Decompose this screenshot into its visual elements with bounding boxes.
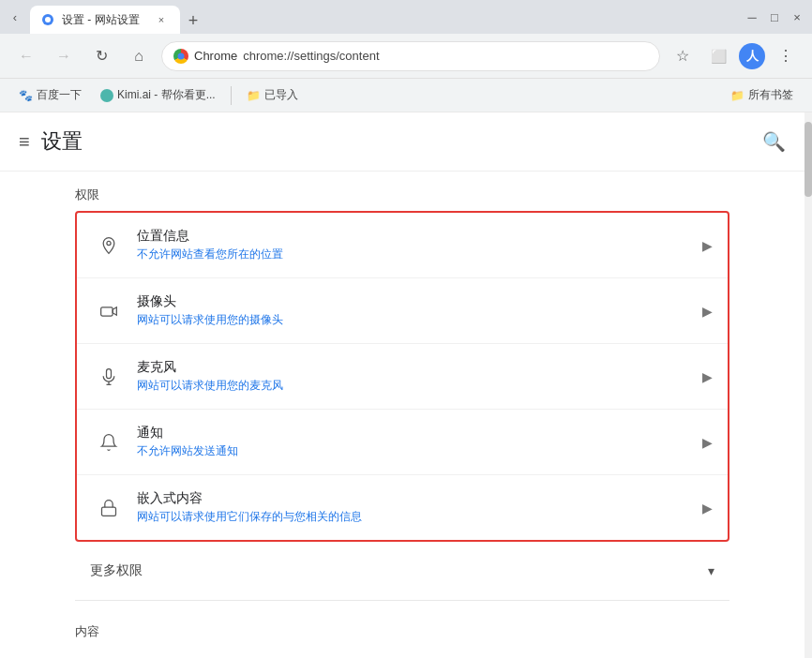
forward-button[interactable]: →: [49, 41, 79, 71]
all-bookmarks-label: 所有书签: [748, 87, 793, 103]
navigation-bar: ← → ↻ ⌂ Chrome chrome://settings/content…: [0, 34, 812, 79]
url-text: chrome://settings/content: [243, 49, 379, 63]
refresh-button[interactable]: ↻: [86, 41, 116, 71]
embedded-desc: 网站可以请求使用它们保存的与您相关的信息: [137, 509, 702, 525]
bookmark-baidu[interactable]: 🐾 百度一下: [11, 83, 89, 107]
notifications-arrow-icon: ▶: [702, 435, 713, 450]
svg-point-1: [45, 17, 51, 22]
back-button[interactable]: ←: [11, 41, 41, 71]
more-permissions-label: 更多权限: [90, 562, 143, 579]
window-controls-left: ‹: [8, 9, 23, 24]
tab-close-btn[interactable]: ×: [154, 12, 169, 27]
svg-rect-3: [101, 307, 113, 315]
location-name: 位置信息: [137, 228, 702, 245]
section-divider: [75, 600, 729, 601]
menu-button[interactable]: ⋮: [771, 41, 801, 71]
nav-right-controls: ☆ ⬜ 人 ⋮: [668, 41, 801, 71]
window-controls-right: ─ □ ×: [744, 9, 804, 24]
svg-rect-8: [102, 507, 116, 516]
scrollbar-track: [804, 112, 812, 658]
page-title: 设置: [41, 127, 751, 156]
embedded-setting-item[interactable]: 嵌入式内容 网站可以请求使用它们保存的与您相关的信息 ▶: [77, 475, 728, 540]
home-icon: ⌂: [134, 48, 143, 65]
minimize-button[interactable]: ─: [744, 9, 759, 24]
forward-icon: →: [56, 48, 71, 65]
tab-favicon: [41, 13, 54, 26]
location-icon: [92, 236, 126, 255]
search-icon: 🔍: [762, 131, 786, 152]
folder-icon: 📁: [247, 89, 261, 102]
imported-label: 已导入: [264, 87, 298, 103]
embedded-icon: [92, 499, 126, 517]
scrollbar-thumb[interactable]: [804, 122, 812, 197]
tab-title: 设置 - 网站设置: [62, 12, 140, 28]
microphone-name: 麦克风: [137, 359, 702, 376]
camera-arrow-icon: ▶: [702, 304, 713, 319]
chrome-brand-label: Chrome: [194, 49, 237, 63]
embedded-name: 嵌入式内容: [137, 490, 702, 507]
back-icon: ←: [19, 48, 34, 65]
bookmark-imported[interactable]: 📁 已导入: [239, 83, 306, 107]
refresh-icon: ↻: [96, 47, 108, 65]
profile-button[interactable]: 人: [739, 43, 765, 69]
notifications-name: 通知: [137, 425, 702, 441]
star-icon: ☆: [676, 47, 689, 65]
title-bar: ‹ 设置 - 网站设置 × + ─ □ ×: [0, 0, 812, 34]
new-tab-button[interactable]: +: [180, 7, 206, 34]
content-area: 权限 位置信息 不允许网站查看您所在的位置 ▶: [0, 172, 804, 658]
cookie-setting-item[interactable]: 第三方 Cookie 已阻止第三方 Cookie ▶: [75, 648, 729, 658]
more-permissions-arrow-icon: ▾: [708, 563, 714, 578]
extensions-button[interactable]: ⬜: [703, 41, 733, 71]
embedded-info: 嵌入式内容 网站可以请求使用它们保存的与您相关的信息: [126, 490, 702, 525]
camera-desc: 网站可以请求使用您的摄像头: [137, 312, 702, 328]
profile-avatar-icon: 人: [746, 48, 759, 65]
microphone-desc: 网站可以请求使用您的麦克风: [137, 378, 702, 394]
svg-point-2: [107, 241, 111, 245]
active-tab[interactable]: 设置 - 网站设置 ×: [30, 6, 180, 34]
microphone-info: 麦克风 网站可以请求使用您的麦克风: [126, 359, 702, 394]
bookmark-star-button[interactable]: ☆: [668, 41, 698, 71]
camera-icon: [92, 302, 126, 321]
page-container: ≡ 设置 🔍 权限 位置信: [0, 112, 812, 658]
kimi-label: Kimi.ai - 帮你看更...: [117, 87, 216, 103]
maximize-button[interactable]: □: [767, 9, 782, 24]
home-button[interactable]: ⌂: [124, 41, 154, 71]
content-section-label: 内容: [75, 608, 729, 648]
bookmarks-folder-icon: 📁: [730, 89, 744, 102]
extensions-icon: ⬜: [711, 49, 727, 64]
embedded-arrow-icon: ▶: [702, 501, 713, 516]
baidu-label: 百度一下: [37, 87, 82, 103]
microphone-arrow-icon: ▶: [702, 369, 713, 384]
bookmark-kimi[interactable]: Kimi.ai - 帮你看更...: [93, 83, 223, 107]
bookmark-separator: [231, 86, 232, 105]
more-permissions-item[interactable]: 更多权限 ▾: [75, 549, 729, 592]
window-back-btn[interactable]: ‹: [8, 9, 23, 24]
microphone-setting-item[interactable]: 麦克风 网站可以请求使用您的麦克风 ▶: [77, 344, 728, 410]
search-button[interactable]: 🔍: [762, 130, 786, 153]
notifications-icon: [92, 433, 126, 452]
microphone-icon: [92, 367, 126, 386]
settings-header: ≡ 设置 🔍: [0, 112, 804, 172]
tab-area: 设置 - 网站设置 × +: [30, 0, 741, 34]
close-button[interactable]: ×: [789, 9, 804, 24]
address-bar[interactable]: Chrome chrome://settings/content: [161, 41, 660, 71]
camera-name: 摄像头: [137, 293, 702, 310]
chrome-logo-icon: [173, 49, 188, 64]
svg-rect-5: [107, 368, 112, 378]
notifications-setting-item[interactable]: 通知 不允许网站发送通知 ▶: [77, 410, 728, 475]
location-setting-item[interactable]: 位置信息 不允许网站查看您所在的位置 ▶: [77, 213, 728, 278]
notifications-desc: 不允许网站发送通知: [137, 443, 702, 459]
camera-info: 摄像头 网站可以请求使用您的摄像头: [126, 293, 702, 328]
location-info: 位置信息 不允许网站查看您所在的位置: [126, 228, 702, 262]
hamburger-menu-button[interactable]: ≡: [19, 131, 30, 153]
kimi-avatar-icon: [100, 89, 113, 102]
camera-setting-item[interactable]: 摄像头 网站可以请求使用您的摄像头 ▶: [77, 278, 728, 344]
location-desc: 不允许网站查看您所在的位置: [137, 247, 702, 262]
all-bookmarks-button[interactable]: 📁 所有书签: [723, 83, 801, 107]
main-content: ≡ 设置 🔍 权限 位置信: [0, 112, 804, 658]
menu-dots-icon: ⋮: [778, 47, 793, 65]
bookmarks-bar: 🐾 百度一下 Kimi.ai - 帮你看更... 📁 已导入 📁 所有书签: [0, 79, 812, 112]
baidu-icon: 🐾: [19, 89, 33, 102]
permissions-box: 位置信息 不允许网站查看您所在的位置 ▶ 摄像头 网: [75, 211, 729, 542]
location-arrow-icon: ▶: [702, 238, 713, 253]
